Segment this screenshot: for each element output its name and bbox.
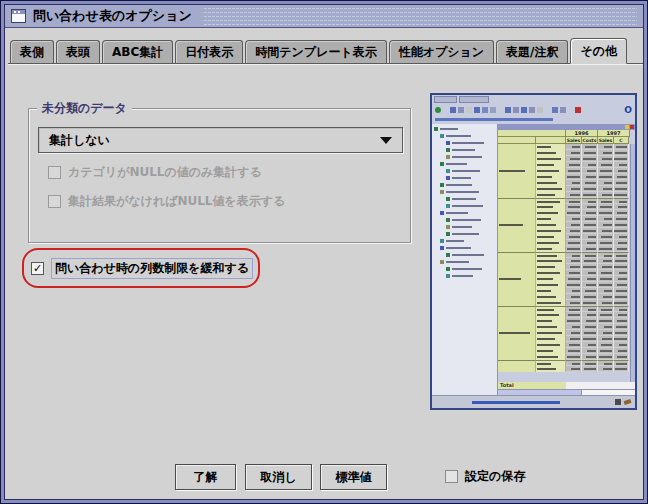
relax-column-limit-checkbox[interactable]: ✓ — [31, 262, 44, 275]
save-settings-checkbox[interactable] — [445, 470, 458, 483]
preview-status-bar — [432, 395, 635, 408]
unclassified-data-group: 未分類のデータ 集計しない カテゴリがNULLの値のみ集計する集計結果がなければ… — [28, 108, 411, 243]
show-null-value-checkbox-label: 集計結果がなければNULL値を表示する — [68, 193, 285, 210]
show-null-value-checkbox-row: 集計結果がなければNULL値を表示する — [48, 193, 285, 209]
titlebar-texture — [203, 8, 637, 25]
aggregate-null-category-checkbox-label: カテゴリがNULLの値のみ集計する — [68, 164, 262, 181]
tab-others[interactable]: その他 — [570, 38, 627, 64]
dialog-window: 問い合わせ表のオプション 表側表頭ABC集計日付表示時間テンプレート表示性能オプ… — [0, 0, 648, 504]
default-button[interactable]: 標準値 — [320, 464, 387, 490]
tab-time-template[interactable]: 時間テンプレート表示 — [245, 40, 386, 63]
tab-column-head[interactable]: 表頭 — [56, 40, 100, 63]
preview-status-icon — [615, 399, 621, 405]
preview-toolbar: O — [432, 104, 635, 116]
preview-total-row: Total — [498, 382, 635, 389]
save-settings-row: 設定の保存 — [445, 468, 525, 485]
tab-date-display[interactable]: 日付表示 — [175, 40, 243, 63]
show-null-value-checkbox — [48, 195, 61, 208]
aggregation-combo[interactable]: 集計しない — [38, 127, 403, 153]
dialog-frame: 問い合わせ表のオプション 表側表頭ABC集計日付表示時間テンプレート表示性能オプ… — [4, 4, 644, 500]
tab-strip: 表側表頭ABC集計日付表示時間テンプレート表示性能オプション表題/注釈その他 — [8, 38, 643, 64]
save-settings-label: 設定の保存 — [465, 468, 525, 485]
tab-title-annotation[interactable]: 表題/注釈 — [496, 40, 568, 63]
preview-vertical-scrollbar — [630, 144, 635, 382]
preview-tree-panel — [432, 124, 498, 395]
preview-pen-icon — [624, 399, 632, 405]
preview-measure-header-row: SalesCostsSalesC — [498, 137, 635, 144]
aggregate-null-category-checkbox-row: カテゴリがNULLの値のみ集計する — [48, 164, 262, 180]
tab-performance[interactable]: 性能オプション — [389, 40, 494, 63]
relax-column-limit-label: 問い合わせ時の列数制限を緩和する — [51, 258, 253, 279]
preview-main: 19961997 SalesCostsSalesC Total — [432, 124, 635, 395]
preview-image: O 19961997 SalesCostsSalesC Total — [430, 93, 637, 410]
chevron-down-icon — [380, 137, 392, 150]
preview-mini-tabs — [432, 95, 635, 104]
highlight-annotation: ✓ 問い合わせ時の列数制限を緩和する — [22, 248, 260, 288]
window-title: 問い合わせ表のオプション — [33, 7, 192, 25]
dialog-content: 表側表頭ABC集計日付表示時間テンプレート表示性能オプション表題/注釈その他 未… — [5, 28, 643, 499]
preview-table: 19961997 SalesCostsSalesC Total — [498, 124, 635, 395]
tab-row-side[interactable]: 表側 — [10, 40, 54, 63]
aggregate-null-category-checkbox — [48, 166, 61, 179]
cancel-button[interactable]: 取消し — [245, 464, 312, 490]
title-bar[interactable]: 問い合わせ表のオプション — [5, 5, 643, 28]
combo-value: 集計しない — [49, 132, 380, 149]
preview-location-bar — [432, 116, 635, 124]
preview-table-body — [498, 144, 635, 382]
ok-button[interactable]: 了解 — [175, 464, 236, 490]
group-title: 未分類のデータ — [37, 100, 132, 117]
tab-abc-summary[interactable]: ABC集計 — [102, 40, 173, 63]
window-icon — [11, 9, 26, 23]
preview-year-header-row: 19961997 — [498, 130, 635, 137]
